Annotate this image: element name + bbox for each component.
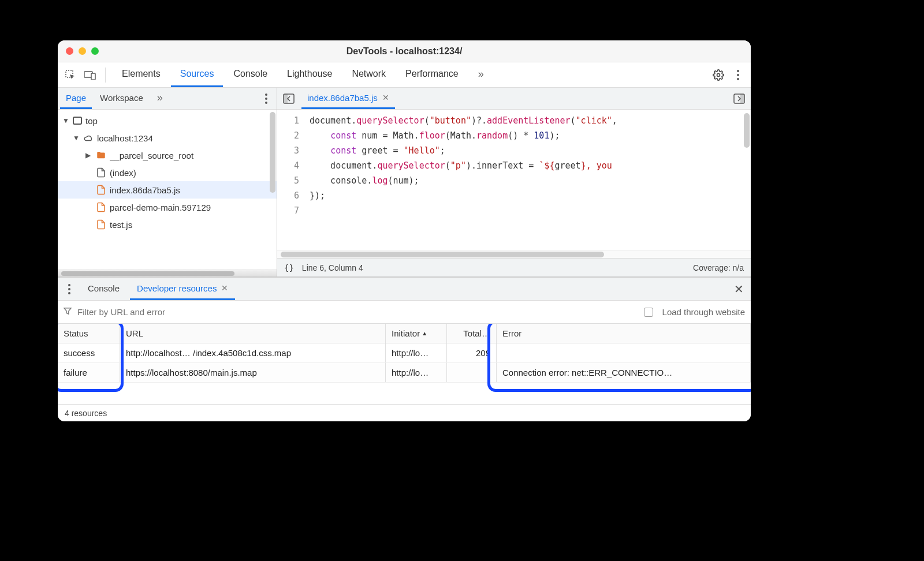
table-row[interactable]: failure https://localhost:8080/main.js.m… [58,363,751,383]
col-error[interactable]: Error [497,324,751,343]
tree-row-folder[interactable]: ▶ __parcel_source_root [58,147,277,164]
svg-point-3 [717,73,720,76]
editor-tab[interactable]: index.86da7ba5.js ✕ [301,88,395,109]
table-row[interactable]: success http://localhost… /index.4a508c1… [58,343,751,363]
file-icon [96,167,106,178]
cell-initiator: http://lo… [386,343,447,362]
navigator-panel: Page Workspace » ▼ top ▼ localhos [58,88,277,276]
traffic-lights [66,47,99,55]
tab-network[interactable]: Network [342,62,395,87]
close-window-button[interactable] [66,47,73,55]
col-total[interactable]: Total… [447,324,497,343]
cell-total: 209 [447,343,497,362]
minimize-window-button[interactable] [79,47,86,55]
editor-tab-label: index.86da7ba5.js [307,93,378,103]
tree-vertical-scrollbar[interactable] [270,112,275,193]
cell-status: failure [58,363,120,382]
svg-rect-2 [91,73,95,80]
col-status[interactable]: Status [58,324,120,343]
frame-icon [73,117,82,125]
main-toolbar: Elements Sources Console Lighthouse Netw… [58,62,751,88]
navigator-more-icon[interactable] [258,91,274,107]
cloud-icon [83,133,94,143]
tab-elements[interactable]: Elements [113,62,170,87]
resource-count: 4 resources [65,409,107,418]
drawer-panel: Console Developer resources ✕ ✕ Load thr… [58,277,751,421]
resources-table: Status URL Initiator Total… Error succes… [58,324,751,404]
tree-label: localhost:1234 [97,133,153,143]
editor-vertical-scrollbar[interactable] [744,113,750,148]
navigator-tab-page[interactable]: Page [60,88,92,109]
col-initiator[interactable]: Initiator [386,324,447,343]
tab-sources[interactable]: Sources [171,62,223,87]
folder-icon [96,150,106,160]
load-through-website-label: Load through website [662,307,745,317]
navigator-tabs-overflow[interactable]: » [151,88,169,109]
zoom-window-button[interactable] [91,47,99,55]
close-tab-icon[interactable]: ✕ [221,283,228,293]
coverage-status: Coverage: n/a [693,263,744,272]
editor-statusbar: {} Line 6, Column 4 Coverage: n/a [277,258,751,276]
file-icon [96,219,106,230]
titlebar: DevTools - localhost:1234/ [58,40,751,62]
navigator-tabs: Page Workspace » [58,88,277,110]
tree-row-file[interactable]: test.js [58,216,277,233]
tree-row-file[interactable]: (index) [58,164,277,181]
file-tree: ▼ top ▼ localhost:1234 ▶ __parcel_source… [58,110,277,270]
more-menu-icon[interactable] [730,67,746,83]
code-editor[interactable]: 1234567 document.querySelector("button")… [277,110,751,250]
drawer-footer: 4 resources [58,404,751,421]
drawer-tab-console[interactable]: Console [81,278,126,300]
tree-label: test.js [110,220,132,230]
tab-console[interactable]: Console [224,62,277,87]
cell-url: https://localhost:8080/main.js.map [120,363,386,382]
tabs-overflow[interactable]: » [469,62,493,87]
drawer-tab-devresources[interactable]: Developer resources ✕ [130,278,235,300]
filter-input[interactable] [77,307,638,317]
navigator-tab-workspace[interactable]: Workspace [94,88,149,109]
tree-horizontal-scrollbar[interactable] [58,270,277,276]
editor-panel: index.86da7ba5.js ✕ 1234567 document.que… [277,88,751,276]
col-url[interactable]: URL [120,324,386,343]
tree-row-origin[interactable]: ▼ localhost:1234 [58,129,277,147]
tree-row-file[interactable]: parcel-demo-main.597129 [58,199,277,216]
cell-total [447,363,497,382]
close-drawer-icon[interactable]: ✕ [730,282,747,296]
show-navigator-icon[interactable] [281,91,297,107]
tree-label: index.86da7ba5.js [110,185,180,195]
file-icon [96,185,106,195]
caret-icon: ▶ [85,151,92,159]
tree-row-top[interactable]: ▼ top [58,112,277,129]
cell-error: Connection error: net::ERR_CONNECTIO… [497,363,751,382]
table-header: Status URL Initiator Total… Error [58,324,751,343]
show-debugger-icon[interactable] [731,91,747,107]
inspect-element-icon[interactable] [62,67,79,83]
cell-status: success [58,343,120,362]
tree-label: __parcel_source_root [110,151,193,160]
cell-error [497,343,751,362]
code-content: document.querySelector("button")?.addEve… [305,110,751,250]
window-title: DevTools - localhost:1234/ [58,46,751,57]
editor-horizontal-scrollbar[interactable] [277,250,751,258]
editor-tabs: index.86da7ba5.js ✕ [277,88,751,110]
drawer-more-icon[interactable] [61,281,77,297]
device-toolbar-icon[interactable] [82,67,98,83]
settings-icon[interactable] [710,67,726,83]
pretty-print-icon[interactable]: {} [284,263,294,272]
separator [105,68,106,83]
tree-row-file-selected[interactable]: index.86da7ba5.js [58,181,277,199]
caret-icon: ▼ [73,134,80,142]
tab-lighthouse[interactable]: Lighthouse [278,62,341,87]
tree-label: (index) [110,168,136,178]
cell-url: http://localhost… /index.4a508c1d.css.ma… [120,343,386,362]
drawer-tabs: Console Developer resources ✕ ✕ [58,278,751,301]
close-tab-icon[interactable]: ✕ [382,93,389,102]
load-through-website-checkbox[interactable] [644,308,653,317]
tree-label: top [85,116,98,126]
filter-icon [64,307,72,317]
drawer-toolbar: Load through website [58,301,751,324]
line-gutter: 1234567 [277,110,305,250]
tab-performance[interactable]: Performance [396,62,468,87]
drawer-tab-label: Developer resources [137,283,217,293]
cell-initiator: http://lo… [386,363,447,382]
